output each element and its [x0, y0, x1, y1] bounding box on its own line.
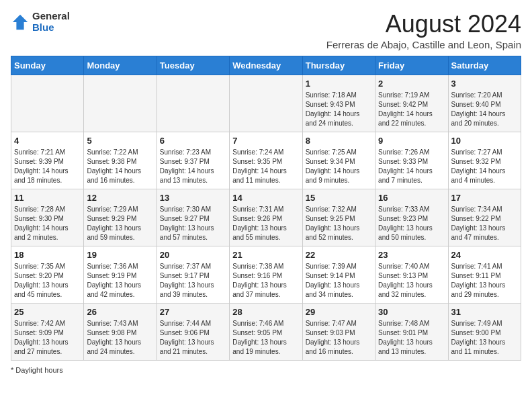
day-number: 21 — [232, 250, 299, 260]
calendar-cell: 16Sunrise: 7:33 AM Sunset: 9:23 PM Dayli… — [375, 189, 448, 246]
day-info: Sunrise: 7:28 AM Sunset: 9:30 PM Dayligh… — [14, 205, 81, 242]
day-header-saturday: Saturday — [448, 56, 521, 75]
day-info: Sunrise: 7:31 AM Sunset: 9:26 PM Dayligh… — [232, 205, 299, 242]
day-number: 10 — [451, 136, 518, 146]
calendar-cell: 12Sunrise: 7:29 AM Sunset: 9:29 PM Dayli… — [84, 189, 157, 246]
calendar-cell: 14Sunrise: 7:31 AM Sunset: 9:26 PM Dayli… — [230, 189, 302, 246]
day-number: 30 — [378, 307, 445, 317]
day-info: Sunrise: 7:48 AM Sunset: 9:01 PM Dayligh… — [378, 319, 445, 357]
day-number: 6 — [160, 136, 226, 146]
calendar-week-row: 18Sunrise: 7:35 AM Sunset: 9:20 PM Dayli… — [11, 246, 521, 303]
calendar-cell: 24Sunrise: 7:41 AM Sunset: 9:11 PM Dayli… — [448, 246, 521, 303]
calendar-cell: 10Sunrise: 7:27 AM Sunset: 9:32 PM Dayli… — [448, 132, 521, 189]
day-info: Sunrise: 7:39 AM Sunset: 9:14 PM Dayligh… — [306, 262, 372, 300]
calendar-cell: 31Sunrise: 7:49 AM Sunset: 9:00 PM Dayli… — [448, 303, 521, 360]
logo-text: General Blue — [32, 11, 70, 33]
day-number: 3 — [451, 79, 518, 89]
day-info: Sunrise: 7:41 AM Sunset: 9:11 PM Dayligh… — [451, 262, 518, 300]
day-number: 11 — [14, 193, 81, 203]
calendar-cell: 25Sunrise: 7:42 AM Sunset: 9:09 PM Dayli… — [11, 303, 84, 360]
day-number: 15 — [306, 193, 372, 203]
calendar-cell: 6Sunrise: 7:23 AM Sunset: 9:37 PM Daylig… — [157, 132, 229, 189]
day-header-monday: Monday — [84, 56, 157, 75]
day-number: 22 — [306, 250, 372, 260]
day-number: 23 — [378, 250, 445, 260]
day-info: Sunrise: 7:18 AM Sunset: 9:43 PM Dayligh… — [306, 91, 372, 128]
calendar-cell: 29Sunrise: 7:47 AM Sunset: 9:03 PM Dayli… — [302, 303, 375, 360]
day-number: 14 — [232, 193, 299, 203]
day-info: Sunrise: 7:44 AM Sunset: 9:06 PM Dayligh… — [160, 319, 226, 357]
calendar-cell — [157, 75, 229, 132]
logo-general-text: General — [32, 11, 70, 22]
calendar-cell: 11Sunrise: 7:28 AM Sunset: 9:30 PM Dayli… — [11, 189, 84, 246]
calendar-cell: 8Sunrise: 7:25 AM Sunset: 9:34 PM Daylig… — [302, 132, 375, 189]
day-info: Sunrise: 7:25 AM Sunset: 9:34 PM Dayligh… — [306, 148, 372, 185]
day-info: Sunrise: 7:19 AM Sunset: 9:42 PM Dayligh… — [378, 91, 445, 128]
day-number: 26 — [87, 307, 153, 317]
day-number: 31 — [451, 307, 518, 317]
logo-blue-text: Blue — [32, 22, 70, 34]
calendar-cell: 23Sunrise: 7:40 AM Sunset: 9:13 PM Dayli… — [375, 246, 448, 303]
calendar-cell: 30Sunrise: 7:48 AM Sunset: 9:01 PM Dayli… — [375, 303, 448, 360]
day-number: 27 — [160, 307, 226, 317]
calendar-cell: 3Sunrise: 7:20 AM Sunset: 9:40 PM Daylig… — [448, 75, 521, 132]
day-number: 2 — [378, 79, 445, 89]
day-number: 28 — [232, 307, 299, 317]
calendar-cell: 4Sunrise: 7:21 AM Sunset: 9:39 PM Daylig… — [11, 132, 84, 189]
day-info: Sunrise: 7:47 AM Sunset: 9:03 PM Dayligh… — [306, 319, 372, 357]
calendar-cell: 21Sunrise: 7:38 AM Sunset: 9:16 PM Dayli… — [230, 246, 302, 303]
day-info: Sunrise: 7:21 AM Sunset: 9:39 PM Dayligh… — [14, 148, 81, 185]
day-number: 19 — [87, 250, 153, 260]
calendar-cell: 7Sunrise: 7:24 AM Sunset: 9:35 PM Daylig… — [230, 132, 302, 189]
day-info: Sunrise: 7:38 AM Sunset: 9:16 PM Dayligh… — [232, 262, 299, 300]
calendar-week-row: 11Sunrise: 7:28 AM Sunset: 9:30 PM Dayli… — [11, 189, 521, 246]
day-info: Sunrise: 7:34 AM Sunset: 9:22 PM Dayligh… — [451, 205, 518, 242]
calendar-cell: 22Sunrise: 7:39 AM Sunset: 9:14 PM Dayli… — [302, 246, 375, 303]
day-info: Sunrise: 7:37 AM Sunset: 9:17 PM Dayligh… — [160, 262, 226, 300]
calendar-cell: 28Sunrise: 7:46 AM Sunset: 9:05 PM Dayli… — [230, 303, 302, 360]
subtitle: Ferreras de Abajo, Castille and Leon, Sp… — [326, 39, 521, 50]
title-block: August 2024 Ferreras de Abajo, Castille … — [326, 11, 521, 50]
day-number: 29 — [306, 307, 372, 317]
calendar-cell: 27Sunrise: 7:44 AM Sunset: 9:06 PM Dayli… — [157, 303, 229, 360]
calendar-cell — [230, 75, 302, 132]
day-header-sunday: Sunday — [11, 56, 84, 75]
footer-text: Daylight hours — [15, 366, 62, 374]
day-info: Sunrise: 7:29 AM Sunset: 9:29 PM Dayligh… — [87, 205, 153, 242]
day-info: Sunrise: 7:36 AM Sunset: 9:19 PM Dayligh… — [87, 262, 153, 300]
day-info: Sunrise: 7:26 AM Sunset: 9:33 PM Dayligh… — [378, 148, 445, 185]
day-header-wednesday: Wednesday — [230, 56, 302, 75]
day-info: Sunrise: 7:35 AM Sunset: 9:20 PM Dayligh… — [14, 262, 81, 300]
day-number: 20 — [160, 250, 226, 260]
day-number: 1 — [306, 79, 372, 89]
day-info: Sunrise: 7:43 AM Sunset: 9:08 PM Dayligh… — [87, 319, 153, 357]
day-header-thursday: Thursday — [302, 56, 375, 75]
calendar-cell: 2Sunrise: 7:19 AM Sunset: 9:42 PM Daylig… — [375, 75, 448, 132]
day-info: Sunrise: 7:30 AM Sunset: 9:27 PM Dayligh… — [160, 205, 226, 242]
calendar-cell: 19Sunrise: 7:36 AM Sunset: 9:19 PM Dayli… — [84, 246, 157, 303]
day-info: Sunrise: 7:22 AM Sunset: 9:38 PM Dayligh… — [87, 148, 153, 185]
day-number: 4 — [14, 136, 81, 146]
calendar-week-row: 4Sunrise: 7:21 AM Sunset: 9:39 PM Daylig… — [11, 132, 521, 189]
header: General Blue August 2024 Ferreras de Aba… — [11, 11, 521, 50]
day-number: 12 — [87, 193, 153, 203]
day-info: Sunrise: 7:20 AM Sunset: 9:40 PM Dayligh… — [451, 91, 518, 128]
day-number: 5 — [87, 136, 153, 146]
svg-marker-0 — [13, 14, 28, 29]
day-info: Sunrise: 7:27 AM Sunset: 9:32 PM Dayligh… — [451, 148, 518, 185]
calendar-cell: 13Sunrise: 7:30 AM Sunset: 9:27 PM Dayli… — [157, 189, 229, 246]
day-number: 25 — [14, 307, 81, 317]
day-number: 13 — [160, 193, 226, 203]
calendar-header-row: SundayMondayTuesdayWednesdayThursdayFrid… — [11, 56, 521, 75]
day-info: Sunrise: 7:24 AM Sunset: 9:35 PM Dayligh… — [232, 148, 299, 185]
day-info: Sunrise: 7:32 AM Sunset: 9:25 PM Dayligh… — [306, 205, 372, 242]
calendar-cell: 17Sunrise: 7:34 AM Sunset: 9:22 PM Dayli… — [448, 189, 521, 246]
day-info: Sunrise: 7:40 AM Sunset: 9:13 PM Dayligh… — [378, 262, 445, 300]
calendar-week-row: 25Sunrise: 7:42 AM Sunset: 9:09 PM Dayli… — [11, 303, 521, 360]
day-number: 9 — [378, 136, 445, 146]
footer-note: * Daylight hours — [11, 366, 521, 374]
day-number: 18 — [14, 250, 81, 260]
day-header-friday: Friday — [375, 56, 448, 75]
calendar-cell: 1Sunrise: 7:18 AM Sunset: 9:43 PM Daylig… — [302, 75, 375, 132]
day-number: 8 — [306, 136, 372, 146]
